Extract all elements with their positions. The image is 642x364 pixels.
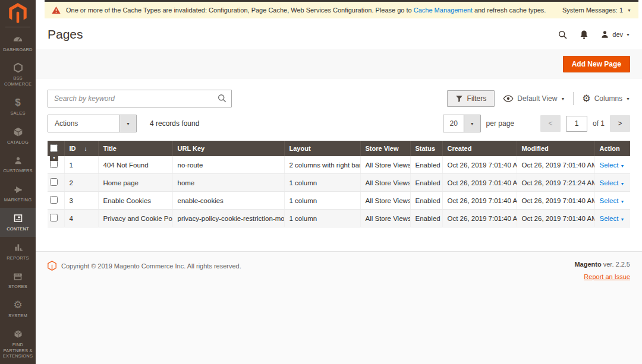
sidebar-item-dashboard[interactable]: DASHBOARD: [0, 29, 36, 58]
search-input[interactable]: [48, 90, 232, 107]
sidebar-item-label: CONTENT: [1, 226, 34, 232]
cache-management-link[interactable]: Cache Management: [414, 7, 473, 14]
column-header-action: Action: [594, 141, 630, 156]
per-page-label: per page: [486, 119, 514, 128]
column-header-title[interactable]: Title: [98, 141, 172, 156]
chevron-down-icon: ▼: [464, 115, 480, 132]
row-checkbox[interactable]: [50, 196, 58, 204]
row-checkbox[interactable]: [50, 178, 58, 186]
column-header-store-view[interactable]: Store View: [360, 141, 410, 156]
user-menu[interactable]: dev ▼: [600, 30, 630, 39]
cache-warning-message: One or more of the Cache Types are inval…: [66, 7, 562, 14]
sidebar-item-reports[interactable]: REPORTS: [0, 237, 36, 266]
cell-url-key: enable-cookies: [172, 192, 284, 210]
column-header-created[interactable]: Created: [442, 141, 517, 156]
columns-label: Columns: [594, 94, 622, 103]
sidebar-item-customers[interactable]: CUSTOMERS: [0, 150, 36, 179]
cell-modified: Oct 26, 2019 7:01:40 AM: [517, 156, 594, 174]
row-checkbox[interactable]: [50, 160, 58, 168]
sidebar-item-find-partners[interactable]: FIND PARTNERS & EXTENSIONS: [0, 324, 36, 364]
row-checkbox[interactable]: [50, 214, 58, 221]
cell-layout: 2 columns with right bar: [284, 156, 360, 174]
dashboard-gauge-icon: [1, 34, 34, 45]
sidebar-item-catalog[interactable]: CATALOG: [0, 121, 36, 150]
row-select-action[interactable]: Select▼: [600, 197, 625, 204]
layout-icon: [1, 213, 34, 224]
table-row: 1 404 Not Found no-route 2 columns with …: [48, 156, 630, 174]
pages-grid: ▼ ID↓ Title URL Key Layout Store View St…: [48, 141, 630, 227]
sidebar-item-label: MARKETING: [1, 197, 34, 203]
notifications-bell-icon[interactable]: [580, 30, 588, 40]
cell-created: Oct 26, 2019 7:01:40 AM: [442, 174, 517, 192]
version-text: ver. 2.2.5: [603, 261, 630, 268]
search-submit-icon[interactable]: [217, 93, 227, 106]
chevron-down-icon: ▼: [627, 8, 631, 12]
sidebar-item-bss-commerce[interactable]: BSS COMMERCE: [0, 57, 36, 92]
cell-store-view: All Store Views: [360, 156, 410, 174]
column-header-status[interactable]: Status: [410, 141, 442, 156]
actions-dropdown[interactable]: Actions ▼: [48, 115, 137, 132]
report-issue-link[interactable]: Report an Issue: [584, 273, 630, 280]
sidebar-item-marketing[interactable]: MARKETING: [0, 179, 36, 208]
column-header-layout[interactable]: Layout: [284, 141, 360, 156]
cell-status: Enabled: [410, 156, 442, 174]
mass-actions-group: Actions ▼ 4 records found: [48, 115, 199, 132]
sidebar-item-stores[interactable]: STORES: [0, 265, 36, 295]
row-select-action[interactable]: Select▼: [600, 215, 625, 222]
grid-area: Filters Default View ▼ ⚙ Columns ▼: [36, 79, 642, 251]
row-select-action[interactable]: Select▼: [600, 162, 625, 169]
column-header-url-key[interactable]: URL Key: [172, 141, 284, 156]
cell-created: Oct 26, 2019 7:01:40 AM: [442, 210, 517, 227]
sidebar-item-sales[interactable]: $ SALES: [0, 92, 36, 121]
storefront-icon: [1, 271, 34, 281]
sidebar-divider: [5, 27, 30, 27]
sidebar-item-content[interactable]: CONTENT: [0, 208, 36, 237]
filters-button[interactable]: Filters: [447, 90, 495, 107]
prev-page-button[interactable]: <: [540, 115, 561, 132]
add-new-page-button[interactable]: Add New Page: [563, 56, 630, 72]
next-page-button[interactable]: >: [610, 115, 630, 132]
per-page-dropdown[interactable]: 20 ▼: [443, 115, 481, 132]
system-messages-label: System Messages: 1: [562, 7, 623, 14]
pagination: 20 ▼ per page < of 1 >: [443, 115, 630, 132]
cell-created: Oct 26, 2019 7:01:40 AM: [442, 156, 517, 174]
magento-logo[interactable]: [0, 0, 36, 27]
hexagon-icon: [1, 62, 34, 73]
table-row: 3 Enable Cookies enable-cookies 1 column…: [48, 192, 630, 210]
page-header: Pages dev ▼: [36, 18, 642, 49]
columns-dropdown[interactable]: ⚙ Columns ▼: [582, 94, 630, 103]
select-all-dropdown-icon[interactable]: ▼: [50, 155, 58, 161]
cell-url-key: no-route: [172, 156, 284, 174]
cell-status: Enabled: [410, 210, 442, 227]
default-view-dropdown[interactable]: Default View ▼: [503, 94, 565, 103]
sidebar-item-system[interactable]: ⚙ SYSTEM: [0, 295, 36, 324]
gift-box-icon: [1, 329, 34, 340]
cell-title: Home page: [98, 174, 172, 192]
sidebar-item-label: DASHBOARD: [1, 47, 34, 53]
column-header-id[interactable]: ID↓: [64, 141, 98, 156]
row-select-action[interactable]: Select▼: [600, 179, 625, 186]
select-all-checkbox[interactable]: [50, 144, 58, 152]
cell-id: 2: [64, 174, 98, 192]
cell-id: 3: [64, 192, 98, 210]
eye-icon: [503, 95, 514, 102]
system-message-bar: One or more of the Cache Types are inval…: [45, 0, 638, 18]
table-row: 4 Privacy and Cookie Policy privacy-poli…: [48, 210, 630, 227]
funnel-icon: [455, 95, 463, 103]
cube-icon: [1, 126, 34, 137]
admin-sidebar: DASHBOARD BSS COMMERCE $ SALES CATALOG C…: [0, 0, 36, 364]
records-count: 4 records found: [150, 119, 199, 128]
search-icon[interactable]: [558, 30, 568, 40]
header-icons: dev ▼: [558, 30, 630, 40]
cell-layout: 1 column: [284, 192, 360, 210]
sidebar-item-label: CATALOG: [1, 140, 34, 145]
column-header-modified[interactable]: Modified: [517, 141, 594, 156]
chevron-down-icon: ▼: [620, 200, 624, 204]
page-actions-strip: Add New Page: [36, 49, 642, 79]
username: dev: [612, 31, 623, 38]
system-messages-toggle[interactable]: System Messages: 1 ▼: [562, 7, 631, 14]
chevron-down-icon: ▼: [561, 97, 565, 101]
sidebar-item-label: CUSTOMERS: [1, 168, 34, 174]
table-row: 2 Home page home 1 column All Store View…: [48, 174, 630, 192]
current-page-input[interactable]: [566, 116, 587, 132]
